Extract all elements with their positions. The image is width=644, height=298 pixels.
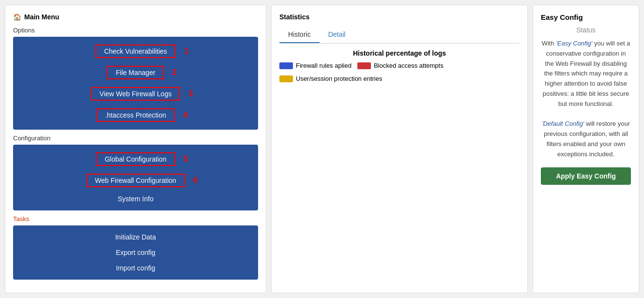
view-firewall-logs-item[interactable]: View Web Firewall Logs 3 bbox=[19, 83, 252, 104]
main-menu-title: 🏠 Main Menu bbox=[13, 13, 258, 21]
statistics-tabs: Historic Detail bbox=[279, 27, 520, 44]
tasks-menu-group: Initialize Data Export config Import con… bbox=[13, 225, 258, 280]
left-panel: 🏠 Main Menu Options Check Vulnerabilitie… bbox=[5, 5, 266, 293]
tab-detail[interactable]: Detail bbox=[320, 27, 354, 43]
default-config-highlight: 'Default Config' bbox=[542, 120, 584, 127]
easy-config-description: With 'Easy Config' you will set a conser… bbox=[541, 39, 631, 160]
global-configuration-item[interactable]: Global Configuration 5 bbox=[19, 149, 252, 170]
legend-color-blocked bbox=[357, 62, 371, 69]
middle-panel: Statistics Historic Detail Historical pe… bbox=[271, 5, 528, 293]
import-config-item[interactable]: Import config bbox=[19, 260, 252, 276]
system-info-item[interactable]: System Info bbox=[19, 191, 252, 207]
right-panel: Easy Config Status With 'Easy Config' yo… bbox=[533, 5, 639, 293]
legend-item-session: User/session protection entries bbox=[279, 75, 382, 82]
check-vulnerabilities-item[interactable]: Check Vulnerabilities 1 bbox=[19, 41, 252, 62]
options-label: Options bbox=[13, 27, 258, 34]
home-icon: 🏠 bbox=[13, 13, 21, 21]
legend-color-session bbox=[279, 75, 293, 82]
legend-color-firewall bbox=[279, 62, 293, 69]
status-label: Status bbox=[541, 26, 631, 34]
legend-item-blocked: Blocked access attempts bbox=[357, 62, 444, 69]
initialize-data-item[interactable]: Initialize Data bbox=[19, 229, 252, 245]
chart-title: Historical percentage of logs bbox=[279, 49, 520, 57]
tab-historic[interactable]: Historic bbox=[279, 27, 320, 43]
options-menu-group: Check Vulnerabilities 1 File Manager 2 V… bbox=[13, 37, 258, 130]
easy-config-title: Easy Config bbox=[541, 13, 631, 21]
apply-easy-config-button[interactable]: Apply Easy Config bbox=[541, 167, 631, 185]
web-firewall-configuration-item[interactable]: Web Firewall Configuration 6 bbox=[19, 170, 252, 191]
tasks-label: Tasks bbox=[13, 215, 258, 223]
htaccess-protection-item[interactable]: .htaccess Protection 4 bbox=[19, 104, 252, 126]
configuration-label: Configuration bbox=[13, 134, 258, 142]
export-config-item[interactable]: Export config bbox=[19, 245, 252, 260]
chart-legend: Firewall rules aplied Blocked access att… bbox=[279, 62, 520, 82]
easy-config-highlight: 'Easy Config' bbox=[556, 40, 592, 47]
config-menu-group: Global Configuration 5 Web Firewall Conf… bbox=[13, 145, 258, 210]
file-manager-item[interactable]: File Manager 2 bbox=[19, 62, 252, 83]
statistics-title: Statistics bbox=[279, 13, 520, 21]
legend-item-firewall: Firewall rules aplied bbox=[279, 62, 352, 69]
